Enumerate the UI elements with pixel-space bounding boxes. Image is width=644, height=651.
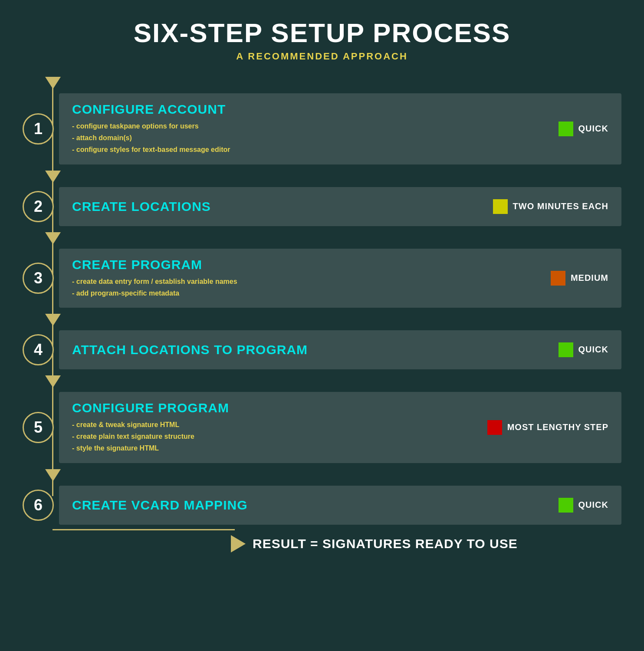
step-content-4: ATTACH LOCATIONS TO PROGRAM [72,342,545,357]
result-row: RESULT = SIGNATURES READY TO USE [23,529,621,557]
step-bullet: - create data entry form / establish var… [72,276,538,287]
step-title-4: ATTACH LOCATIONS TO PROGRAM [72,342,545,357]
step-badge-5: MOST LENGTHY STEP [487,420,608,435]
step-title-1: CONFIGURE ACCOUNT [72,102,545,117]
badge-square-1 [559,122,573,136]
flow-container: 1CONFIGURE ACCOUNT- configure taskpane o… [23,75,621,557]
badge-label-5: MOST LENGTHY STEP [507,422,608,432]
badge-square-6 [559,498,573,513]
step-content-3: CREATE PROGRAM- create data entry form /… [72,257,538,299]
step-bullet: - configure styles for text-based messag… [72,144,545,155]
badge-square-5 [487,420,502,435]
step-circle-5: 5 [23,412,54,443]
arrow-1 [23,75,621,91]
step-card-3: CREATE PROGRAM- create data entry form /… [59,249,621,308]
step-badge-2: TWO MINUTES EACH [493,199,608,214]
step-circle-4: 4 [23,334,54,365]
arrow-2 [23,169,621,184]
step-title-5: CONFIGURE PROGRAM [72,401,474,415]
step-circle-3: 3 [23,263,54,294]
step-bullet: - create plain text signature structure [72,431,474,442]
badge-square-4 [559,342,573,357]
step-content-6: CREATE VCARD MAPPING [72,498,545,513]
step-content-5: CONFIGURE PROGRAM- create & tweak signat… [72,401,474,454]
step-badge-3: MEDIUM [551,271,608,286]
step-circle-6: 6 [23,490,54,521]
step-bullet: - add program-specific metadata [72,287,538,299]
badge-label-2: TWO MINUTES EACH [513,201,608,211]
arrow-4 [23,312,621,328]
badge-square-2 [493,199,508,214]
step-card-2: CREATE LOCATIONSTWO MINUTES EACH [59,187,621,226]
arrow-3 [23,230,621,246]
badge-square-3 [551,271,565,286]
result-section: RESULT = SIGNATURES READY TO USE [23,529,621,557]
badge-label-1: QUICK [578,124,608,134]
page-subtitle: A RECOMMENDED APPROACH [236,51,408,62]
step-card-6: CREATE VCARD MAPPINGQUICK [59,486,621,525]
step-bullet: - style the signature HTML [72,442,474,454]
step-row-5: 5CONFIGURE PROGRAM- create & tweak signa… [23,389,621,466]
badge-label-6: QUICK [578,500,608,510]
step-circle-1: 1 [23,113,54,145]
arrow-6 [23,467,621,483]
step-row-6: 6CREATE VCARD MAPPINGQUICK [23,483,621,527]
step-title-3: CREATE PROGRAM [72,257,538,272]
step-title-2: CREATE LOCATIONS [72,199,480,214]
step-row-1: 1CONFIGURE ACCOUNT- configure taskpane o… [23,91,621,167]
badge-label-3: MEDIUM [571,273,608,283]
step-row-2: 2CREATE LOCATIONSTWO MINUTES EACH [23,184,621,229]
result-arrow-icon [231,535,246,552]
badge-label-4: QUICK [578,345,608,355]
step-badge-4: QUICK [559,342,608,357]
step-card-5: CONFIGURE PROGRAM- create & tweak signat… [59,392,621,463]
step-content-1: CONFIGURE ACCOUNT- configure taskpane op… [72,102,545,156]
step-row-4: 4ATTACH LOCATIONS TO PROGRAMQUICK [23,328,621,372]
step-badge-1: QUICK [559,122,608,136]
result-text: RESULT = SIGNATURES READY TO USE [253,536,518,551]
step-title-6: CREATE VCARD MAPPING [72,498,545,513]
step-badge-6: QUICK [559,498,608,513]
page-title: SIX-STEP SETUP PROCESS [134,17,511,48]
step-card-1: CONFIGURE ACCOUNT- configure taskpane op… [59,93,621,164]
step-bullet: - create & tweak signature HTML [72,419,474,431]
step-card-4: ATTACH LOCATIONS TO PROGRAMQUICK [59,330,621,369]
step-content-2: CREATE LOCATIONS [72,199,480,214]
arrow-5 [23,374,621,389]
step-circle-2: 2 [23,191,54,222]
step-bullet: - attach domain(s) [72,132,545,144]
step-row-3: 3CREATE PROGRAM- create data entry form … [23,246,621,310]
step-bullet: - configure taskpane options for users [72,120,545,132]
